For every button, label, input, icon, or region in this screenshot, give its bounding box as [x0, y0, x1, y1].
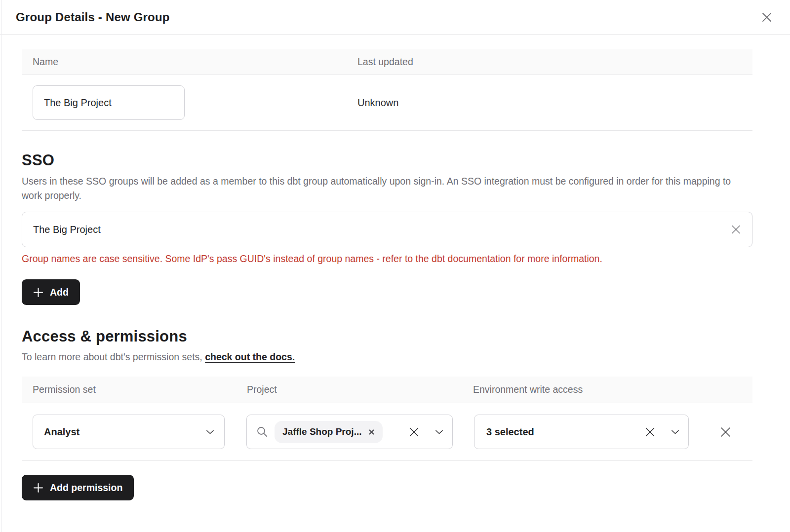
last-updated-value: Unknown — [357, 97, 752, 109]
project-chip-label: Jaffle Shop Proj... — [282, 426, 361, 437]
permission-row: Analyst Jaffle Shop Proj... — [22, 403, 752, 461]
plus-icon — [33, 287, 43, 298]
chip-remove-icon — [368, 429, 375, 435]
close-icon — [759, 10, 774, 25]
delete-permission-row-button[interactable] — [718, 425, 733, 439]
column-header-last-updated: Last updated — [357, 56, 752, 68]
sso-description: Users in these SSO groups will be added … — [22, 174, 752, 203]
chevron-down-icon — [435, 429, 443, 435]
close-button[interactable] — [759, 10, 774, 25]
search-icon — [256, 425, 269, 438]
sso-section: SSO Users in these SSO groups will be ad… — [22, 152, 752, 305]
add-permission-button-label: Add permission — [50, 482, 122, 494]
permissions-section: Access & permissions To learn more about… — [22, 328, 752, 500]
permission-set-value: Analyst — [44, 426, 79, 438]
sso-group-input[interactable] — [22, 212, 752, 247]
project-chip-remove-button[interactable] — [368, 429, 375, 435]
permissions-table: Permission set Project Environment write… — [22, 377, 752, 461]
group-details-table: Name Last updated Unknown — [22, 49, 752, 131]
environment-access-value: 3 selected — [486, 426, 534, 438]
add-button-label: Add — [50, 287, 69, 298]
column-header-name: Name — [33, 56, 357, 68]
sso-group-field — [22, 212, 752, 247]
chevron-down-icon — [206, 429, 214, 435]
group-table-header-row: Name Last updated — [22, 49, 752, 75]
page-title: Group Details - New Group — [16, 10, 170, 24]
permissions-description-text: To learn more about dbt's permission set… — [22, 351, 205, 362]
modal-left-edge — [1, 0, 2, 532]
sso-case-sensitive-warning: Group names are case sensitive. Some IdP… — [22, 253, 752, 265]
plus-icon — [33, 483, 43, 493]
permission-set-select[interactable]: Analyst — [33, 415, 225, 449]
column-header-environment-write-access: Environment write access — [473, 384, 752, 395]
column-header-project: Project — [247, 384, 473, 395]
group-name-input[interactable] — [33, 85, 185, 120]
project-clear-button[interactable] — [408, 426, 420, 438]
permissions-table-header-row: Permission set Project Environment write… — [22, 377, 752, 403]
permissions-description: To learn more about dbt's permission set… — [22, 351, 752, 363]
project-multiselect[interactable]: Jaffle Shop Proj... — [246, 415, 453, 449]
environment-clear-button[interactable] — [644, 426, 656, 438]
clear-icon — [644, 426, 656, 438]
clear-icon — [408, 426, 420, 438]
permissions-heading: Access & permissions — [22, 328, 752, 345]
delete-row-icon — [718, 425, 733, 439]
add-sso-group-button[interactable]: Add — [22, 279, 80, 305]
clear-icon — [729, 223, 743, 236]
add-permission-button[interactable]: Add permission — [22, 475, 134, 500]
docs-link[interactable]: check out the docs. — [205, 351, 295, 362]
sso-heading: SSO — [22, 152, 752, 169]
modal-header: Group Details - New Group — [0, 0, 790, 35]
table-row: Unknown — [22, 75, 752, 131]
sso-group-clear-button[interactable] — [729, 223, 743, 236]
project-chip[interactable]: Jaffle Shop Proj... — [275, 421, 383, 443]
column-header-permission-set: Permission set — [33, 384, 247, 395]
environment-access-multiselect[interactable]: 3 selected — [474, 415, 689, 449]
chevron-down-icon — [671, 429, 679, 435]
